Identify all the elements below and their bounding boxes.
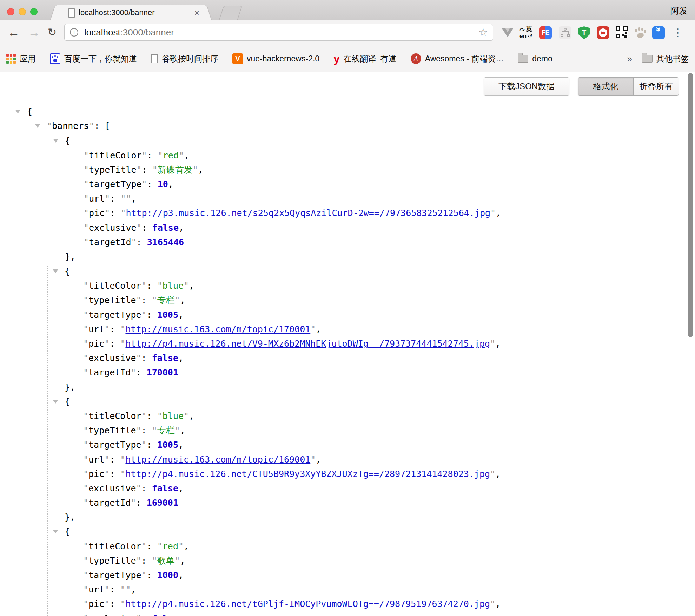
- address-bar[interactable]: i localhost:3000/banner ☆: [64, 24, 493, 41]
- window-zoom-button[interactable]: [30, 8, 38, 15]
- collapse-triangle-icon[interactable]: [53, 139, 59, 143]
- collapse-all-button[interactable]: 折叠所有: [633, 78, 679, 95]
- json-punctuation: ,: [179, 223, 184, 233]
- video-player-extension-icon[interactable]: ▶▶: [597, 26, 609, 39]
- bookmark-item-google-sort[interactable]: 谷歌按时间排序: [151, 53, 218, 64]
- json-punctuation: :: [147, 150, 158, 160]
- fe-extension-icon[interactable]: FE: [539, 26, 552, 39]
- json-link-value[interactable]: http://p4.music.126.net/tGPljf-IMOCyPvum…: [125, 599, 490, 609]
- json-key: exclusive: [88, 353, 136, 363]
- page-favicon-icon: [68, 8, 75, 18]
- quote-mark: ": [131, 498, 136, 508]
- quote-mark: ": [83, 614, 88, 616]
- json-punctuation: ,: [178, 483, 184, 493]
- json-link-value[interactable]: http://p4.music.126.net/V9-MXz6b2MNhEKju…: [125, 339, 490, 349]
- json-string-value: red: [163, 150, 179, 160]
- json-key: titleColor: [88, 281, 141, 291]
- json-link-value[interactable]: http://p3.music.126.net/s25q2x5QyqsAzilC…: [126, 208, 490, 218]
- browser-menu-icon[interactable]: ⋮: [673, 26, 680, 39]
- json-link-value[interactable]: http://music.163.com/m/topic/169001: [125, 454, 310, 465]
- quote-mark: ": [120, 194, 126, 204]
- browser-user-name[interactable]: 阿发: [670, 5, 688, 17]
- json-property-line: "pic": "http://p4.music.126.net/V9-MXz6b…: [83, 336, 695, 351]
- quote-mark: ": [120, 339, 125, 349]
- browser-tab[interactable]: localhost:3000/banner ×: [57, 5, 205, 20]
- json-link-value[interactable]: http://music.163.com/m/topic/170001: [125, 324, 310, 334]
- bookmark-item-awesomes[interactable]: A Awesomes - 前端资…: [411, 53, 504, 64]
- bookmark-item-apps[interactable]: 应用: [6, 53, 36, 64]
- quote-mark: ": [84, 208, 89, 218]
- window-close-button[interactable]: [7, 8, 14, 15]
- quote-mark: ": [157, 281, 163, 291]
- window-minimize-button[interactable]: [19, 8, 26, 15]
- json-punctuation: ,: [198, 165, 203, 175]
- json-number-value: 10: [158, 179, 168, 189]
- quote-mark: ": [105, 194, 110, 204]
- getter-extension-icon[interactable]: »: [652, 26, 665, 39]
- vertical-scrollbar[interactable]: [688, 73, 693, 337]
- bookmark-item-baidu[interactable]: 百度一下，你就知道: [50, 53, 137, 64]
- json-punctuation: :: [147, 411, 157, 421]
- sitemap-extension-icon[interactable]: [559, 26, 571, 39]
- bookmark-item-demo[interactable]: demo: [518, 54, 552, 64]
- json-number-value: 1005: [157, 440, 178, 450]
- json-property-line: "targetId": 170001: [83, 365, 695, 380]
- json-number-value: 1005: [157, 310, 178, 320]
- json-punctuation: },: [65, 512, 75, 522]
- json-string-value: 新碟首发: [158, 165, 193, 175]
- object-keys: "titleColor": "red","typeTitle": "歌单","t…: [66, 539, 695, 616]
- json-key: banners: [52, 121, 89, 131]
- json-property-line: "targetId": 3165446: [84, 235, 683, 249]
- json-punctuation: {: [65, 266, 70, 276]
- reload-icon[interactable]: ↻: [48, 20, 57, 46]
- qr-dots: [624, 35, 627, 38]
- json-property-line: "url": "http://music.163.com/m/topic/170…: [83, 322, 695, 336]
- json-link-value[interactable]: http://p4.music.126.net/CTU5B9R9y3XyYBZX…: [125, 469, 490, 479]
- json-punctuation: :: [110, 194, 120, 204]
- paw-extension-icon[interactable]: [634, 26, 647, 39]
- fast-forward-glyph: ▶▶: [597, 26, 609, 39]
- json-property-line: "typeTitle": "歌单",: [83, 553, 695, 568]
- json-property-line: "targetType": 1005,: [83, 308, 695, 322]
- json-punctuation: :: [147, 541, 157, 551]
- json-children-level-1: "banners": [{"titleColor": "red","typeTi…: [28, 119, 695, 616]
- json-punctuation: :: [137, 237, 147, 247]
- bookmarks-overflow-icon[interactable]: »: [627, 53, 632, 64]
- translate-extension-icon[interactable]: ↷ 英 en ↶: [519, 26, 532, 39]
- collapse-triangle-icon[interactable]: [53, 269, 58, 273]
- quote-mark: ": [83, 281, 88, 291]
- bookmark-item-vue-hackernews[interactable]: V vue-hackernews-2.0: [232, 53, 319, 64]
- qr-code-extension-icon[interactable]: [616, 26, 628, 38]
- quote-mark: ": [89, 121, 94, 131]
- vue-devtools-extension-icon[interactable]: [501, 26, 514, 39]
- format-button[interactable]: 格式化: [578, 78, 633, 95]
- quote-mark: ": [131, 367, 136, 378]
- quote-mark: ": [152, 425, 157, 435]
- quote-mark: ": [126, 194, 131, 204]
- json-property-line: "exclusive": false,: [83, 481, 695, 496]
- quote-mark: ": [104, 454, 110, 465]
- json-punctuation: :: [141, 614, 152, 616]
- tab-title: localhost:3000/banner: [79, 5, 155, 20]
- tab-close-icon[interactable]: ×: [194, 5, 199, 20]
- other-bookmarks[interactable]: 其他书签: [642, 53, 689, 64]
- collapse-triangle-icon[interactable]: [53, 530, 58, 533]
- collapse-triangle-icon[interactable]: [35, 124, 40, 128]
- json-property-line: "exclusive": false,: [83, 351, 695, 365]
- download-json-button[interactable]: 下载JSON数据: [484, 77, 569, 96]
- bookmarks-bar: 应用 百度一下，你就知道 谷歌按时间排序 V vue-hackernews-2.…: [0, 46, 695, 72]
- vue-v-icon: V: [232, 53, 243, 64]
- quote-mark: ": [120, 324, 125, 334]
- page-icon: [151, 54, 158, 63]
- forward-icon[interactable]: →: [28, 20, 40, 46]
- shield-extension-icon[interactable]: T: [578, 26, 590, 40]
- back-icon[interactable]: ←: [8, 20, 20, 46]
- quote-mark: ": [141, 440, 147, 450]
- bookmark-star-icon[interactable]: ☆: [478, 24, 488, 40]
- collapse-triangle-icon[interactable]: [15, 110, 21, 113]
- page-info-icon[interactable]: i: [70, 28, 78, 37]
- collapse-triangle-icon[interactable]: [53, 400, 58, 404]
- bookmark-item-youdao[interactable]: y 在线翻译_有道: [333, 53, 397, 64]
- bookmark-label: 谷歌按时间排序: [162, 53, 218, 64]
- new-tab-button[interactable]: [219, 6, 242, 20]
